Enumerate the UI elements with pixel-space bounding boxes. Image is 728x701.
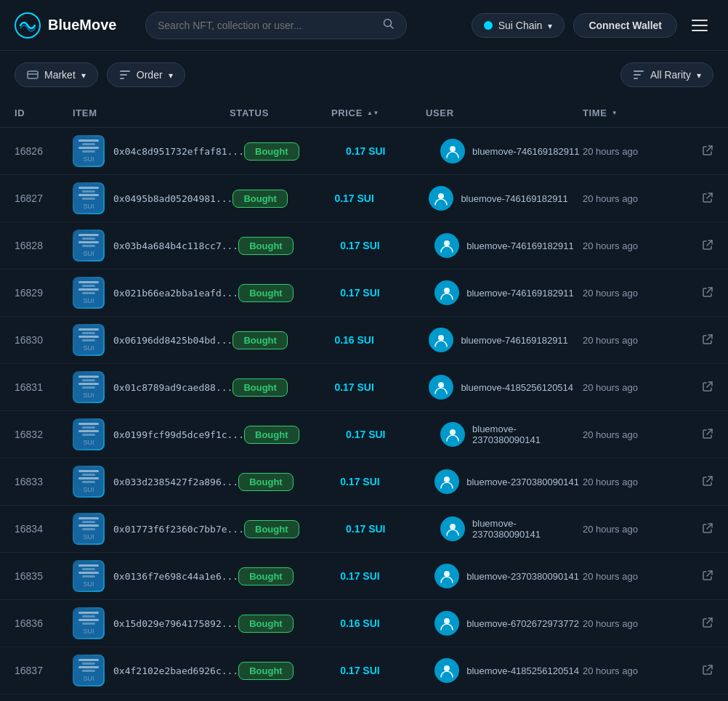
external-link-icon[interactable] — [702, 192, 713, 206]
col-header-time[interactable]: TIME ▼ — [583, 108, 713, 118]
external-link-icon[interactable] — [702, 381, 713, 394]
time-text: 20 hours ago — [583, 288, 638, 299]
search-bar[interactable] — [145, 12, 407, 39]
row-price: 0.17 SUI — [340, 476, 434, 487]
external-link-icon[interactable] — [702, 428, 713, 442]
nft-line-4 — [82, 292, 95, 294]
row-id: 16829 — [15, 287, 73, 299]
external-link-icon[interactable] — [702, 617, 713, 631]
nft-line-2 — [82, 568, 95, 570]
user-avatar — [440, 516, 465, 541]
nft-line-1 — [78, 564, 99, 567]
nft-line-3 — [78, 288, 99, 291]
status-badge: Bought — [238, 615, 293, 633]
row-item: SUI 0x0495b8ad05204981... — [73, 182, 232, 214]
row-time: 20 hours ago — [583, 286, 713, 300]
row-id: 16830 — [15, 334, 73, 346]
row-id: 16832 — [15, 429, 73, 440]
row-user: bluemove-2370380090141 — [440, 422, 583, 447]
svg-line-22 — [707, 382, 712, 387]
nft-line-4 — [82, 623, 95, 625]
row-id: 16826 — [15, 145, 73, 157]
nft-line-3 — [78, 572, 99, 574]
nft-line-1 — [78, 281, 99, 283]
avatar-icon — [439, 615, 455, 631]
nft-line-2 — [82, 474, 95, 476]
table-row: 16830 SUI 0x06196dd8425b04bd... Bought 0… — [0, 317, 728, 364]
status-badge: Bought — [244, 520, 299, 538]
external-link-icon[interactable] — [702, 570, 713, 583]
nft-line-3 — [78, 383, 99, 385]
row-price: 0.17 SUI — [334, 381, 429, 393]
search-input[interactable] — [158, 20, 376, 31]
username: bluemove-746169182911 — [461, 193, 567, 204]
svg-line-2 — [391, 25, 394, 28]
menu-bar-3 — [692, 30, 708, 31]
table-row: 16828 SUI 0x03b4a684b4c118cc7... Bought … — [0, 222, 728, 270]
hamburger-menu-button[interactable] — [686, 17, 713, 34]
row-item: SUI 0x03b4a684b4c118cc7... — [73, 230, 238, 262]
nft-thumbnail: SUI — [73, 466, 105, 498]
external-link-icon[interactable] — [702, 145, 713, 158]
nft-line-1 — [78, 139, 99, 142]
nft-line-2 — [82, 521, 95, 523]
row-time: 20 hours ago — [583, 239, 713, 253]
username: bluemove-2370380090141 — [472, 424, 583, 445]
row-item: SUI 0x4f2102e2baed6926c... — [73, 655, 238, 686]
row-item: SUI 0x06196dd8425b04bd... — [73, 324, 232, 356]
nft-line-2 — [82, 238, 95, 240]
col-header-price[interactable]: PRICE ▲▼ — [331, 108, 426, 118]
market-icon — [27, 69, 39, 81]
connect-wallet-button[interactable]: Connect Wallet — [573, 13, 677, 38]
nft-line-3 — [78, 147, 99, 149]
time-sort-icon: ▼ — [612, 110, 618, 116]
nft-label-text: SUI — [83, 439, 94, 446]
nft-line-4 — [82, 575, 95, 578]
external-link-icon[interactable] — [702, 239, 713, 253]
row-user: bluemove-746169182911 — [434, 233, 583, 258]
item-address: 0x033d2385427f2a896... — [113, 477, 238, 487]
row-item: SUI 0x033d2385427f2a896... — [73, 466, 238, 498]
rarity-filter-button[interactable]: All Rarity — [620, 62, 713, 87]
nft-label-text: SUI — [83, 628, 94, 635]
nft-line-2 — [82, 332, 95, 334]
row-id: 16828 — [15, 240, 73, 251]
user-avatar — [434, 611, 459, 636]
external-link-icon[interactable] — [702, 286, 713, 300]
row-time: 20 hours ago — [583, 192, 713, 206]
username: bluemove-4185256120514 — [466, 665, 579, 676]
nft-label-text: SUI — [83, 675, 94, 682]
external-link-icon[interactable] — [702, 522, 713, 536]
item-address: 0x06196dd8425b04bd... — [113, 335, 232, 346]
row-user: bluemove-2370380090141 — [440, 516, 583, 541]
svg-rect-10 — [634, 78, 638, 79]
menu-bar-2 — [692, 25, 708, 26]
svg-line-12 — [707, 146, 712, 151]
row-price: 0.16 SUI — [334, 334, 429, 346]
row-item: SUI 0x15d029e7964175892... — [73, 607, 238, 639]
time-text: 20 hours ago — [583, 429, 638, 440]
row-status: Bought — [232, 190, 334, 208]
row-time: 20 hours ago — [583, 428, 713, 442]
row-user: bluemove-4185256120514 — [434, 658, 583, 683]
avatar-icon — [433, 379, 449, 395]
market-filter-button[interactable]: Market — [15, 62, 98, 87]
external-link-icon[interactable] — [702, 333, 713, 347]
svg-line-28 — [707, 524, 712, 529]
nft-thumbnail: SUI — [73, 182, 105, 214]
order-filter-button[interactable]: Order — [107, 62, 185, 87]
svg-point-15 — [444, 240, 450, 246]
svg-rect-6 — [120, 74, 127, 76]
external-link-icon[interactable] — [702, 475, 713, 489]
row-id: 16831 — [15, 381, 73, 393]
external-link-icon[interactable] — [702, 664, 713, 678]
chain-chevron-icon — [548, 20, 552, 31]
row-id: 16835 — [15, 570, 73, 582]
chain-selector-button[interactable]: Sui Chain — [472, 13, 565, 38]
row-user: bluemove-2370380090141 — [434, 469, 583, 494]
svg-line-18 — [707, 288, 712, 293]
table-row: 16832 SUI 0x0199fcf99d5dce9f1c... Bought… — [0, 411, 728, 458]
avatar-icon — [439, 238, 455, 254]
row-status: Bought — [244, 142, 346, 161]
time-text: 20 hours ago — [583, 477, 638, 487]
